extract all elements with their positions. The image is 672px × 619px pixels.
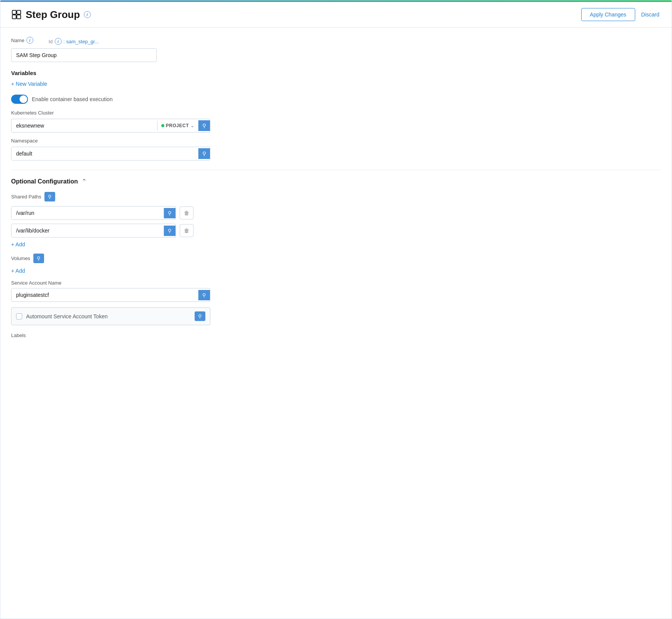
labels-section: Labels: [11, 332, 661, 338]
service-account-pin-button[interactable]: ⚲: [198, 290, 210, 300]
main-content: Name i Id i : sam_step_gr... Variables +…: [0, 28, 672, 347]
namespace-input[interactable]: [11, 147, 198, 160]
cluster-status-dot: [161, 124, 164, 127]
labels-title: Labels: [11, 332, 26, 338]
path-1-pin-icon: ⚲: [168, 210, 172, 216]
k8s-cluster-label: Kubernetes Cluster: [11, 110, 661, 116]
page-title: Step Group: [26, 9, 80, 21]
service-account-pin-icon: ⚲: [202, 292, 206, 298]
path-input-wrap-1: ⚲: [11, 206, 176, 220]
namespace-label: Namespace: [11, 138, 661, 144]
automount-checkbox[interactable]: [16, 313, 22, 319]
discard-button[interactable]: Discard: [640, 8, 661, 21]
shared-paths-header-row: Shared Paths ⚲: [11, 192, 661, 201]
volumes-label: Volumes: [11, 255, 30, 261]
optional-config-chevron-icon[interactable]: ⌃: [82, 178, 87, 185]
cluster-row: eksnewnew PROJECT ⌄ ⚲: [11, 119, 210, 133]
service-account-input[interactable]: [11, 288, 198, 301]
id-label-area: Id i : sam_step_gr...: [49, 38, 99, 45]
service-account-label: Service Account Name: [11, 280, 661, 286]
name-field-group: Name i Id i : sam_step_gr...: [11, 37, 661, 62]
optional-config-title: Optional Configuration: [11, 178, 78, 185]
path-1-pin-button[interactable]: ⚲: [164, 208, 175, 218]
path-1-delete-button[interactable]: 🗑: [180, 206, 193, 219]
svg-rect-0: [12, 10, 16, 14]
section-divider: [11, 170, 661, 170]
path-row-1: ⚲ 🗑: [11, 206, 661, 220]
automount-pin-button[interactable]: ⚲: [195, 311, 205, 321]
namespace-pin-button[interactable]: ⚲: [198, 148, 210, 159]
path-1-trash-icon: 🗑: [184, 210, 189, 216]
namespace-row: ⚲: [11, 147, 210, 160]
container-execution-toggle[interactable]: [11, 95, 28, 104]
apply-changes-button[interactable]: Apply Changes: [581, 8, 635, 21]
volumes-pin-button[interactable]: ⚲: [33, 254, 44, 263]
variables-title: Variables: [11, 70, 661, 76]
page-header: Step Group i Apply Changes Discard: [0, 2, 672, 28]
path-input-2[interactable]: [11, 224, 164, 237]
svg-rect-1: [17, 10, 21, 14]
name-input[interactable]: [11, 48, 157, 62]
optional-config-header: Optional Configuration ⌃: [11, 178, 661, 185]
path-2-pin-button[interactable]: ⚲: [164, 226, 175, 236]
path-input-1[interactable]: [11, 206, 164, 219]
header-info-icon[interactable]: i: [84, 11, 91, 18]
cluster-chevron-icon[interactable]: ⌄: [190, 123, 194, 128]
svg-rect-3: [17, 15, 21, 19]
shared-paths-pin-icon: ⚲: [48, 194, 52, 200]
name-label: Name i: [11, 37, 33, 44]
name-info-icon[interactable]: i: [26, 37, 33, 44]
svg-rect-2: [12, 15, 16, 19]
variables-section: Variables + New Variable: [11, 70, 661, 87]
header-actions: Apply Changes Discard: [581, 8, 661, 21]
container-execution-label: Enable container based execution: [32, 96, 113, 102]
namespace-pin-icon: ⚲: [202, 151, 206, 157]
service-account-section: Service Account Name ⚲: [11, 280, 661, 302]
path-2-delete-button[interactable]: 🗑: [180, 224, 193, 237]
automount-row: Automount Service Account Token ⚲: [11, 307, 210, 325]
shared-paths-pin-button[interactable]: ⚲: [44, 192, 55, 201]
new-variable-button[interactable]: + New Variable: [11, 81, 47, 87]
path-2-trash-icon: 🗑: [184, 228, 189, 234]
cluster-pin-icon: ⚲: [202, 123, 206, 129]
shared-paths-label: Shared Paths: [11, 194, 41, 200]
shared-paths-add-button[interactable]: + Add: [11, 241, 25, 247]
path-2-pin-icon: ⚲: [168, 228, 172, 234]
path-row-2: ⚲ 🗑: [11, 224, 661, 237]
cluster-badge-area: PROJECT ⌄: [157, 121, 198, 131]
path-input-wrap-2: ⚲: [11, 224, 176, 237]
volumes-add-button[interactable]: + Add: [11, 268, 25, 274]
cluster-name-value: eksnewnew: [11, 119, 157, 132]
volumes-pin-icon: ⚲: [37, 255, 41, 261]
cluster-pin-button[interactable]: ⚲: [198, 120, 210, 131]
namespace-section: Namespace ⚲: [11, 138, 661, 160]
id-value: : sam_step_gr...: [64, 39, 99, 44]
container-execution-row: Enable container based execution: [11, 95, 661, 104]
cluster-badge: PROJECT: [166, 123, 189, 128]
service-account-row: ⚲: [11, 288, 210, 302]
header-left: Step Group i: [11, 9, 91, 21]
volumes-header-row: Volumes ⚲: [11, 254, 661, 263]
id-info-icon[interactable]: i: [55, 38, 62, 45]
step-group-icon: [11, 9, 22, 20]
k8s-cluster-section: Kubernetes Cluster eksnewnew PROJECT ⌄ ⚲: [11, 110, 661, 133]
automount-label: Automount Service Account Token: [26, 313, 191, 319]
automount-pin-icon: ⚲: [198, 313, 202, 319]
